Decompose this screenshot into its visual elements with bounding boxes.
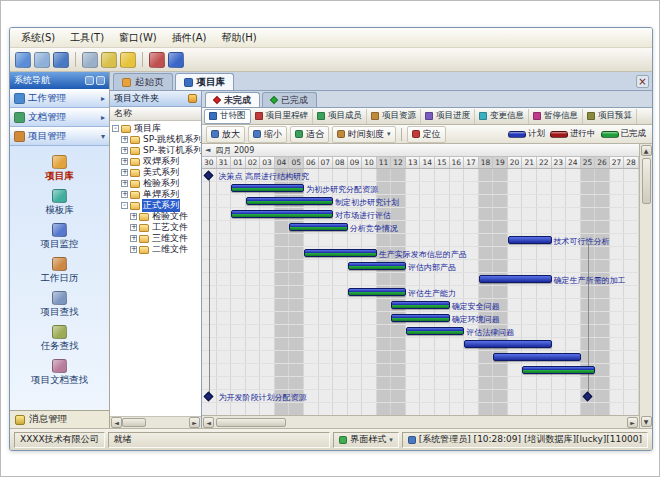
tree-expander-icon[interactable]: -	[112, 125, 119, 132]
mail-icon[interactable]	[101, 52, 117, 68]
sidebar-group-2[interactable]: 项目管理▾	[10, 127, 109, 146]
gantt-task-bar[interactable]	[493, 353, 580, 361]
scroll-left-icon[interactable]: ◄	[203, 417, 214, 428]
gantt-task-bar[interactable]	[231, 210, 333, 218]
gantt-vertical-scrollbar[interactable]: ▲ ▼	[639, 144, 652, 428]
pin-icon[interactable]	[188, 94, 197, 103]
tree-node-label: 二维文件	[151, 243, 189, 256]
sidebar-item-0[interactable]: 项目库	[12, 153, 107, 185]
gantt-task-bar[interactable]	[246, 197, 333, 205]
view-tab-1[interactable]: 项目里程碑	[251, 109, 314, 124]
doc-tab-1[interactable]: 项目库	[175, 73, 235, 90]
tree-expander-icon[interactable]: +	[121, 191, 128, 198]
sidebar-tab-message-management[interactable]: 消息管理	[10, 410, 109, 428]
tree-horizontal-scrollbar[interactable]: ◄ ►	[110, 416, 201, 428]
plugin-icon[interactable]	[82, 52, 98, 68]
locate-button[interactable]: 定位	[407, 126, 446, 143]
window-icon[interactable]	[53, 52, 69, 68]
menu-item-1[interactable]: 工具(T)	[63, 29, 111, 47]
menu-item-3[interactable]: 插件(A)	[165, 29, 214, 47]
help-icon[interactable]	[168, 52, 184, 68]
sidebar-item-2[interactable]: 项目监控	[12, 221, 107, 253]
view-tab-7[interactable]: 项目预算	[583, 109, 637, 124]
tree-expander-icon[interactable]: +	[121, 158, 128, 165]
sidebar-item-label: 项目监控	[41, 238, 79, 251]
gantt-grid-row	[202, 377, 639, 390]
tree-expander-icon[interactable]: +	[121, 180, 128, 187]
lock-icon[interactable]	[120, 52, 136, 68]
status-tab-0[interactable]: 未完成	[205, 92, 260, 107]
gantt-task-label: 生产实际发布信息的产品	[379, 250, 467, 259]
tree-expander-icon[interactable]: -	[121, 202, 128, 209]
gantt-task-bar[interactable]	[464, 340, 551, 348]
month-prev-icon[interactable]: ◄	[205, 146, 210, 154]
sidebar-item-3[interactable]: 工作日历	[12, 255, 107, 287]
menu-item-4[interactable]: 帮助(H)	[214, 29, 263, 47]
sidebar-group-1[interactable]: 文档管理▸	[10, 108, 109, 127]
gantt-horizontal-scrollbar[interactable]: ◄ ►	[202, 415, 639, 428]
tree-expander-icon[interactable]: +	[121, 169, 128, 176]
view-tab-2[interactable]: 项目成员	[313, 109, 367, 124]
sidebar-item-4[interactable]: 项目查找	[12, 289, 107, 321]
tree-expander-icon[interactable]: +	[130, 235, 137, 242]
sidebar-group-0[interactable]: 工作管理▸	[10, 89, 109, 108]
menu-bar: 系统(S)工具(T)窗口(W)插件(A)帮助(H)	[10, 28, 652, 48]
tree-expander-icon[interactable]: +	[130, 246, 137, 253]
view-tab-6[interactable]: 暂停信息	[529, 109, 583, 124]
scrollbar-thumb[interactable]	[642, 158, 651, 204]
scroll-right-icon[interactable]: ►	[627, 417, 638, 428]
scrollbar-thumb[interactable]	[122, 418, 146, 427]
ui-style-selector[interactable]: 界面样式 ▾	[333, 432, 399, 448]
tree-expander-icon[interactable]: +	[121, 136, 128, 143]
gantt-task-bar[interactable]	[231, 184, 304, 192]
gantt-task-bar[interactable]	[391, 314, 449, 322]
menu-item-0[interactable]: 系统(S)	[14, 29, 62, 47]
folder-icon	[130, 147, 140, 155]
doc-tab-0[interactable]: 起始页	[113, 73, 173, 90]
tree-expander-icon[interactable]: +	[130, 224, 137, 231]
gantt-task-bar[interactable]	[348, 288, 406, 296]
scroll-down-icon[interactable]: ▼	[641, 416, 652, 427]
zoom-out-button[interactable]: 缩小	[248, 126, 287, 143]
system-icon[interactable]	[15, 52, 31, 68]
view-tab-4[interactable]: 项目进度	[421, 109, 475, 124]
gantt-task-bar[interactable]	[289, 223, 347, 231]
gantt-task-bar[interactable]	[508, 236, 552, 244]
gantt-task-bar[interactable]	[479, 275, 552, 283]
sidebar-item-5[interactable]: 任务查找	[12, 323, 107, 355]
gantt-task-bar[interactable]	[348, 262, 406, 270]
folder-icon	[130, 136, 140, 144]
sidebar-item-6[interactable]: 项目文档查找	[12, 357, 107, 389]
workspace-icon[interactable]	[34, 52, 50, 68]
time-scale-button[interactable]: 时间刻度▾	[332, 126, 396, 143]
scroll-left-icon[interactable]: ◄	[111, 417, 122, 428]
view-tab-label: 项目里程碑	[266, 110, 309, 122]
tree-node-11[interactable]: +二维文件	[110, 244, 201, 255]
gantt-task-bar[interactable]	[391, 301, 449, 309]
tree-expander-icon[interactable]: +	[130, 213, 137, 220]
tree-column-header[interactable]: 名称	[110, 107, 201, 121]
sidebar-item-1[interactable]: 模板库	[12, 187, 107, 219]
menu-item-2[interactable]: 窗口(W)	[112, 29, 164, 47]
logout-icon[interactable]	[149, 52, 165, 68]
status-tab-1[interactable]: 已完成	[262, 92, 317, 107]
close-tab-icon[interactable]: ×	[636, 75, 649, 88]
view-tab-5[interactable]: 变更信息	[475, 109, 529, 124]
gantt-task-bar[interactable]	[406, 327, 464, 335]
scroll-up-icon[interactable]: ▲	[641, 145, 652, 156]
view-tab-3[interactable]: 项目资源	[367, 109, 421, 124]
scrollbar-thumb[interactable]	[216, 418, 286, 427]
zoom-in-icon	[211, 130, 219, 138]
collapse-icon[interactable]	[85, 76, 94, 85]
scroll-right-icon[interactable]: ►	[189, 417, 200, 428]
view-tab-label: 暂停信息	[544, 110, 578, 122]
view-tab-0[interactable]: 甘特图	[204, 109, 251, 124]
tree-expander-icon[interactable]: +	[121, 147, 128, 154]
gantt-task-bar[interactable]	[522, 366, 595, 374]
gantt-task-bar[interactable]	[304, 249, 377, 257]
zoom-in-button[interactable]: 放大	[206, 126, 245, 143]
close-icon[interactable]	[96, 76, 105, 85]
document-tab-icon	[184, 78, 193, 87]
fit-button[interactable]: 适合	[290, 126, 329, 143]
gantt-body: 决策点 高层进行结构研究为初步研究分配资源制定初步研究计划对市场进行评估分析竞争…	[202, 169, 639, 415]
